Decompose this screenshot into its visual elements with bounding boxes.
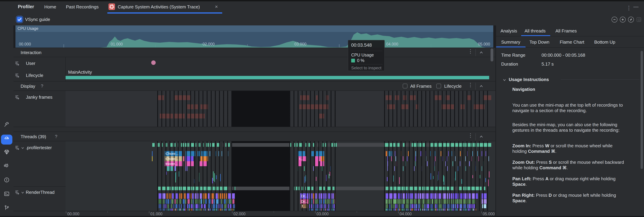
- tab-home[interactable]: Home: [44, 4, 56, 10]
- subtab-bottom-up[interactable]: Bottom Up: [594, 40, 615, 45]
- display-section-header[interactable]: Display ? All Frames Lifecycle ⋮: [14, 81, 495, 91]
- trace-event-block: [305, 186, 306, 190]
- trace-event-block: [216, 175, 217, 179]
- trace-event-block: [395, 208, 396, 211]
- lifecycle-checkbox[interactable]: [436, 84, 441, 88]
- trace-event-block: [434, 143, 437, 147]
- trace-event-block: [388, 104, 395, 109]
- track-config-icon[interactable]: [15, 61, 20, 66]
- reset-zoom-button[interactable]: [628, 17, 634, 22]
- renderthread-thread-track[interactable]: Dr...Dr...f...: [66, 186, 495, 211]
- vsync-label[interactable]: VSync guide: [25, 17, 50, 22]
- subtab-top-down[interactable]: Top Down: [530, 40, 550, 45]
- trace-event-block: [424, 193, 428, 199]
- trace-event-block: [330, 208, 331, 211]
- user-interaction-event-dot[interactable]: [151, 60, 156, 65]
- tab-past-recordings[interactable]: Past Recordings: [66, 4, 99, 10]
- build-hammer-icon[interactable]: [4, 122, 10, 127]
- app-quality-insights-icon[interactable]: [4, 149, 10, 155]
- trace-event-block: [174, 166, 176, 171]
- interaction-section-header[interactable]: Interaction ⋮: [14, 48, 495, 57]
- interaction-collapse-icon[interactable]: [479, 50, 484, 55]
- trace-event-block: [414, 166, 414, 171]
- trace-event-block: [460, 204, 462, 208]
- threads-help-icon[interactable]: ?: [55, 134, 57, 139]
- trace-event-block: [310, 208, 311, 211]
- section-spacer: [14, 127, 495, 132]
- expand-chevron-icon[interactable]: [20, 146, 25, 150]
- display-collapse-icon[interactable]: [479, 84, 484, 89]
- tab-capture-system-activities[interactable]: Capture System Activities (System Trace): [118, 4, 200, 10]
- tab-all-threads[interactable]: All threads: [524, 28, 546, 34]
- version-control-icon[interactable]: [4, 205, 10, 211]
- track-config-icon[interactable]: [15, 190, 20, 195]
- trace-event-block: [406, 208, 406, 211]
- window-minimize-icon[interactable]: —: [633, 4, 638, 10]
- trace-event-block: [392, 151, 392, 156]
- trace-event-block: [462, 208, 464, 211]
- usage-collapse-icon[interactable]: [502, 78, 507, 82]
- trace-event-block: [332, 186, 334, 190]
- subtab-flame-chart[interactable]: Flame Chart: [560, 40, 584, 45]
- tab-analysis[interactable]: Analysis: [500, 28, 517, 34]
- trace-event-block: [311, 199, 312, 204]
- trace-event-block: [152, 156, 152, 161]
- running-devices-icon[interactable]: [4, 163, 10, 169]
- display-help-icon[interactable]: ?: [41, 84, 43, 88]
- tab-all-frames[interactable]: All Frames: [556, 28, 577, 34]
- subtab-summary[interactable]: Summary: [501, 40, 520, 45]
- panel-scrollbar[interactable]: [640, 51, 643, 169]
- close-tab-icon[interactable]: ×: [215, 4, 218, 10]
- profilertester-thread-track[interactable]: Chore...Chore...t...traver...: [66, 141, 495, 186]
- all-frames-label[interactable]: All Frames: [410, 84, 432, 89]
- window-more-icon[interactable]: ⋮: [626, 5, 630, 11]
- trace-event-block: [222, 208, 222, 211]
- zoom-out-button[interactable]: [612, 17, 618, 22]
- track-config-icon[interactable]: [15, 73, 20, 78]
- mainactivity-lifecycle-bar[interactable]: [66, 76, 489, 79]
- threads-more-icon[interactable]: ⋮: [468, 134, 472, 137]
- user-track-row[interactable]: User: [14, 57, 495, 69]
- cpu-minimap[interactable]: CPU Usage 00.00001.00002.00003.00004.000…: [16, 26, 493, 48]
- trace-event-block: [415, 156, 416, 161]
- instruction-key-text: Command ⌘: [540, 165, 566, 170]
- trace-event-block: [488, 180, 489, 186]
- axis-label: 00.000: [67, 212, 79, 216]
- trace-event-block: [324, 204, 326, 208]
- expand-chevron-icon[interactable]: [20, 190, 25, 194]
- lifecycle-checkbox-label[interactable]: Lifecycle: [444, 84, 462, 89]
- trace-event-block: [313, 199, 314, 204]
- trace-event-block: [472, 199, 476, 204]
- trace-event-block: [330, 166, 331, 171]
- vsync-checkbox[interactable]: [17, 17, 22, 22]
- trace-event-block: [446, 193, 448, 199]
- trace-event-block: [233, 204, 235, 208]
- terminal-icon[interactable]: [4, 191, 10, 197]
- display-more-icon[interactable]: ⋮: [468, 84, 472, 86]
- frame-selection-button[interactable]: [636, 17, 641, 22]
- tracks-scrollbar[interactable]: [490, 48, 493, 62]
- track-config-icon[interactable]: [15, 94, 20, 100]
- trace-event-block: [334, 199, 336, 204]
- trace-event-block: [406, 199, 410, 204]
- threads-collapse-icon[interactable]: [479, 134, 484, 139]
- threads-section-header[interactable]: Threads (39) ? ⋮: [14, 132, 495, 141]
- trace-event-block: [213, 171, 214, 180]
- renderthread-thread-row[interactable]: RenderThread: [14, 186, 66, 211]
- problems-icon[interactable]: [4, 177, 10, 183]
- zoom-in-button[interactable]: [620, 17, 626, 22]
- profiler-gauge-icon[interactable]: [4, 135, 10, 141]
- all-frames-checkbox[interactable]: [403, 84, 408, 88]
- janky-frames-row[interactable]: Janky frames: [14, 91, 66, 127]
- trace-event-block: [393, 143, 396, 147]
- trace-event-block: [229, 199, 230, 204]
- usage-instructions-title[interactable]: Usage Instructions: [509, 77, 549, 82]
- trace-event-block: [422, 208, 423, 211]
- janky-frames-track[interactable]: [66, 91, 495, 127]
- interaction-more-icon[interactable]: ⋮: [468, 50, 472, 52]
- axis-minor-tick: [108, 211, 108, 213]
- track-config-icon[interactable]: [15, 145, 20, 150]
- trace-event-block: [226, 199, 229, 204]
- profilertester-thread-row[interactable]: .profilertester: [14, 141, 66, 186]
- trace-event-block: [317, 204, 318, 208]
